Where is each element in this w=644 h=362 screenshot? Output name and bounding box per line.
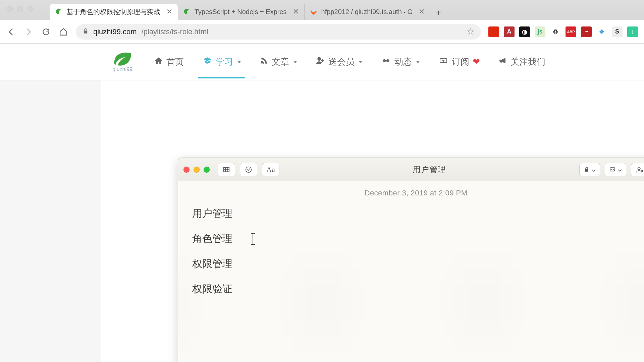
leaf-icon (183, 8, 191, 15)
note-text: 角色管理 (192, 232, 232, 246)
format-button[interactable]: Aa (262, 163, 279, 176)
svg-point-2 (246, 167, 252, 172)
notes-body[interactable]: December 3, 2019 at 2:09 PM 用户管理角色管理权限管理… (178, 181, 644, 362)
extension-v-ext[interactable]: ❖ (596, 26, 607, 37)
outer-window-traffic-lights (7, 6, 34, 12)
home-button[interactable] (58, 27, 68, 37)
table-view-button[interactable] (218, 163, 235, 176)
notes-traffic-lights (183, 167, 210, 173)
nav-item-rss[interactable]: 文章 (260, 56, 297, 68)
nav-label: 文章 (272, 56, 289, 68)
user-plus-icon (316, 56, 325, 67)
back-button[interactable] (6, 27, 16, 37)
chevron-down-icon (359, 61, 363, 63)
notes-titlebar: Aa 用户管理 (178, 158, 644, 181)
svg-rect-3 (610, 168, 615, 171)
horn-icon (498, 57, 507, 67)
text-cursor (253, 234, 253, 244)
grad-icon (202, 56, 212, 67)
note-line[interactable]: 权限管理 (192, 257, 640, 271)
site-nav: qiuzhi99 首页学习文章送会员动态订阅❤关注我们 (0, 44, 644, 80)
nav-label: 关注我们 (511, 56, 545, 68)
svg-point-4 (638, 167, 640, 169)
close-icon[interactable]: ✕ (419, 7, 425, 16)
site-logo[interactable]: qiuzhi99 (107, 52, 138, 72)
new-tab-button[interactable]: ＋ (431, 5, 446, 20)
bookmark-star-icon[interactable]: ☆ (467, 26, 474, 37)
media-dropdown-button[interactable] (605, 163, 626, 176)
extension-a-ext[interactable]: A (504, 26, 515, 37)
note-line[interactable]: 角色管理 (192, 232, 640, 246)
nav-label: 订阅 (452, 56, 469, 68)
browser-tabs-bar: 基于角色的权限控制原理与实战 ✕ TypesScript + Nodejs + … (0, 0, 644, 20)
nav-item-user-plus[interactable]: 送会员 (316, 56, 363, 68)
brand-text: qiuzhi99 (112, 66, 132, 72)
note-line[interactable]: 用户管理 (192, 207, 640, 221)
notes-window-title: 用户管理 (284, 164, 575, 175)
gitlab-icon (310, 8, 317, 15)
outer-close-dot[interactable] (7, 6, 13, 12)
notes-maximize-button[interactable] (204, 167, 210, 173)
extension-abp-ext[interactable]: ABP (566, 26, 576, 37)
hands-icon (381, 57, 391, 67)
close-icon[interactable]: ✕ (293, 7, 299, 16)
chevron-down-icon (237, 61, 241, 63)
url-domain: qiuzhi99.com (93, 27, 137, 36)
browser-address-bar: qiuzhi99.com/playlists/ts-role.html ☆ A◑… (0, 20, 644, 44)
svg-point-1 (442, 60, 444, 62)
extension-wave-ext[interactable]: ~ (581, 26, 592, 37)
extension-recycle-ext[interactable]: ♻ (550, 26, 561, 37)
nav-label: 首页 (166, 56, 184, 68)
rss-icon (260, 56, 268, 67)
url-path: /playlists/ts-role.html (142, 27, 208, 36)
extension-dl-ext[interactable]: ↓ (627, 26, 638, 37)
notes-date: December 3, 2019 at 2:09 PM (192, 189, 640, 197)
reload-button[interactable] (41, 27, 51, 37)
notes-close-button[interactable] (183, 167, 190, 173)
browser-tab-active[interactable]: 基于角色的权限控制原理与实战 ✕ (50, 4, 178, 20)
tab-title: TypesScript + Nodejs + Expres (195, 8, 287, 16)
tab-title: hfpp2012 / qiuzhi99.ts.auth · G (321, 8, 413, 16)
extensions-tray: A◑js♻ABP~❖S↓ (488, 26, 638, 37)
url-field[interactable]: qiuzhi99.com/playlists/ts-role.html ☆ (76, 24, 481, 40)
nav-item-hands[interactable]: 动态 (381, 56, 420, 68)
extension-s-ext[interactable]: S (612, 26, 623, 37)
extension-cn-flag[interactable] (488, 26, 499, 37)
extension-panda-ext[interactable]: ◑ (519, 26, 530, 37)
tab-title: 基于角色的权限控制原理与实战 (66, 7, 160, 16)
nav-item-grad[interactable]: 学习 (202, 56, 241, 68)
chevron-down-icon (293, 61, 297, 63)
nav-label: 学习 (216, 56, 233, 68)
nav-item-home[interactable]: 首页 (154, 56, 184, 68)
lock-icon (83, 27, 89, 36)
note-text: 用户管理 (192, 207, 232, 221)
forward-button[interactable] (23, 27, 34, 37)
lock-dropdown-button[interactable] (579, 163, 600, 176)
home-icon (154, 56, 163, 67)
nav-label: 动态 (394, 56, 412, 68)
browser-tab[interactable]: hfpp2012 / qiuzhi99.ts.auth · G ✕ (305, 4, 430, 20)
notes-app-window: Aa 用户管理 (178, 158, 644, 362)
webpage: qiuzhi99 首页学习文章送会员动态订阅❤关注我们 Aa 用户管理 (0, 44, 644, 362)
outer-min-dot[interactable] (17, 6, 23, 12)
nav-item-cash[interactable]: 订阅❤ (438, 56, 480, 68)
outer-max-dot[interactable] (28, 6, 34, 12)
nav-label: 送会员 (328, 56, 355, 68)
cash-icon (438, 57, 448, 67)
close-icon[interactable]: ✕ (166, 7, 172, 16)
share-add-person-button[interactable] (631, 163, 644, 176)
heart-icon: ❤ (473, 57, 480, 67)
browser-tab[interactable]: TypesScript + Nodejs + Expres ✕ (178, 4, 305, 20)
chevron-down-icon (618, 165, 622, 174)
note-text: 权限管理 (192, 257, 232, 271)
note-text: 权限验证 (192, 282, 232, 296)
note-line[interactable]: 权限验证 (192, 282, 640, 296)
chevron-down-icon (592, 165, 596, 174)
leaf-icon (55, 8, 62, 15)
notes-minimize-button[interactable] (194, 167, 200, 173)
extension-js-ext[interactable]: js (535, 26, 545, 37)
checklist-button[interactable] (240, 163, 257, 176)
nav-item-horn[interactable]: 关注我们 (498, 56, 545, 68)
chevron-down-icon (416, 61, 420, 63)
